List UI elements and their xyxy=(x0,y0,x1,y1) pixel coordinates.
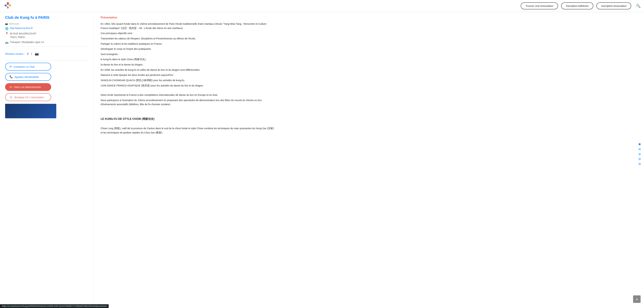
transport-icon: 🚌 xyxy=(5,41,8,44)
social-row: Réseaux sociaux : f t 📷 xyxy=(5,50,88,58)
facebook-icon: f xyxy=(27,52,28,55)
para-6: le kung-fu dans le style Chow (周家功夫), xyxy=(100,57,274,61)
header: Trouver Une Association Inscription Adhé… xyxy=(0,0,644,12)
para-9: Naissent à cette époque les deux écoles … xyxy=(100,73,274,77)
phone-icon: 📞 xyxy=(10,75,13,78)
para-7: la danse du lion et la danse du dragon. xyxy=(100,62,274,67)
shop-button[interactable]: 🛒 Boutique De L'association xyxy=(5,93,51,101)
main-content: Présentation En 1983, Sifu Quach fonde d… xyxy=(94,12,282,308)
subscriptions-label: Voire Les Abonnements xyxy=(14,86,41,88)
views-row: 📷 3234 vues xyxy=(5,22,88,25)
transport-text: Transport: Olympiades Ligne 14 xyxy=(10,41,44,43)
views-count: 3234 vues xyxy=(9,22,19,25)
para-5: Sont enseignés : xyxy=(100,52,274,56)
transport-row: 🚌 Transport: Olympiades Ligne 14 xyxy=(5,41,88,44)
address-line2: 75013, PARIS xyxy=(10,35,36,39)
address-text: 60 RUE BAUDRICOURT 75013, PARIS xyxy=(10,32,36,39)
views-icon: 📷 xyxy=(5,22,8,25)
para-13: Notre école représente la France à des c… xyxy=(100,93,274,97)
sidebar: Club de Kung fu à PARIS 📷 3234 vues 🌐 ht… xyxy=(0,12,94,308)
contact-button[interactable]: ✉ Contactez Le Club xyxy=(5,63,51,70)
right-nav xyxy=(639,143,640,165)
address-row: 📍 60 RUE BAUDRICOURT 75013, PARIS xyxy=(5,32,88,39)
content-body: En 1983, Sifu Quach fonde dans le 13ème … xyxy=(100,22,274,135)
nav-dot-3[interactable] xyxy=(639,153,640,155)
contact-label: Contactez Le Club xyxy=(14,65,34,68)
svg-line-6 xyxy=(8,5,10,7)
subscriptions-button[interactable]: 🏷 Voire Les Abonnements xyxy=(5,83,51,91)
para-18: Chow Long (周龍), natif de la province de … xyxy=(100,126,274,135)
nav-buttons: Trouver Une Association Inscription Adhé… xyxy=(521,2,640,9)
nav-dot-1[interactable] xyxy=(639,143,640,145)
divider-2 xyxy=(5,60,88,60)
twitter-icon: t xyxy=(31,52,32,55)
inscription-adherent-button[interactable]: Inscription Adhérent xyxy=(561,2,593,9)
para-3: Partager la culture et les traditions as… xyxy=(100,42,274,46)
para-0: En 1983, Sifu Quach fonde dans le 13ème … xyxy=(100,22,274,30)
cart-icon: 🛒 xyxy=(10,96,13,99)
svg-point-7 xyxy=(7,7,9,8)
call-button[interactable]: 📞 Appelez 0616944058 xyxy=(5,73,51,81)
page-wrap: Club de Kung fu à PARIS 📷 3234 vues 🌐 ht… xyxy=(0,12,644,308)
para-1: Ces principaux objectifs sont : xyxy=(100,31,274,35)
para-8: En 2008, les activités de kung-fu et cel… xyxy=(100,68,274,72)
tag-icon: 🏷 xyxy=(10,86,12,88)
svg-line-5 xyxy=(6,5,8,7)
club-title: Club de Kung fu à PARIS xyxy=(5,15,88,20)
twitter-link[interactable]: t xyxy=(31,52,32,56)
instagram-link[interactable]: 📷 xyxy=(35,52,39,56)
club-thumbnail xyxy=(5,104,56,118)
para-14: Nous participons à l'animation du 13ème … xyxy=(100,98,274,106)
search-button[interactable]: 🔍 xyxy=(636,4,640,8)
status-url: https://v2.assohome.fr/Kung-fu/PARIS/SHA… xyxy=(2,305,106,307)
website-icon: 🌐 xyxy=(5,27,8,30)
website-link[interactable]: http://www.scq.free.fr/ xyxy=(10,27,33,29)
logo-icon xyxy=(4,1,12,10)
nav-dot-4[interactable] xyxy=(639,158,640,160)
shop-label: Boutique De L'association xyxy=(14,96,44,99)
instagram-icon: 📷 xyxy=(35,52,39,55)
contact-icon: ✉ xyxy=(10,65,12,68)
back-to-top-button[interactable]: ∧ xyxy=(633,296,640,303)
divider-1 xyxy=(5,46,88,47)
nav-dot-5[interactable] xyxy=(639,163,640,165)
search-icon: 🔍 xyxy=(636,4,640,8)
facebook-link[interactable]: f xyxy=(27,52,28,56)
find-association-button[interactable]: Trouver Une Association xyxy=(521,2,558,9)
website-row: 🌐 http://www.scq.free.fr/ xyxy=(5,27,88,30)
nav-dot-2[interactable] xyxy=(639,148,640,150)
section-title: Présentation xyxy=(100,16,274,19)
para-10: SHAOLIN CHOWGAR QUACH (郭氏少林周館) pour les … xyxy=(100,78,274,82)
para-11: LION DANCE FRANCO ASIATIQUE (英武堂) pour l… xyxy=(100,83,274,88)
logo-wrap xyxy=(4,1,12,10)
address-line1: 60 RUE BAUDRICOURT xyxy=(10,32,36,35)
call-label: Appelez 0616944058 xyxy=(14,75,39,78)
svg-point-0 xyxy=(7,2,9,4)
para-16: LE KUNG-FU DE STYLE CHOW (周家功夫) xyxy=(100,117,274,121)
inscription-association-button[interactable]: Inscription Association xyxy=(596,2,631,9)
para-4: Développer le corps et l'esprit des prat… xyxy=(100,47,274,51)
chevron-up-icon: ∧ xyxy=(636,297,638,301)
social-label: Réseaux sociaux : xyxy=(5,52,24,55)
location-icon: 📍 xyxy=(5,32,8,35)
status-bar: https://v2.assohome.fr/Kung-fu/PARIS/SHA… xyxy=(0,304,109,308)
para-2: Transmettre les valeurs de Respect, Disc… xyxy=(100,36,274,41)
